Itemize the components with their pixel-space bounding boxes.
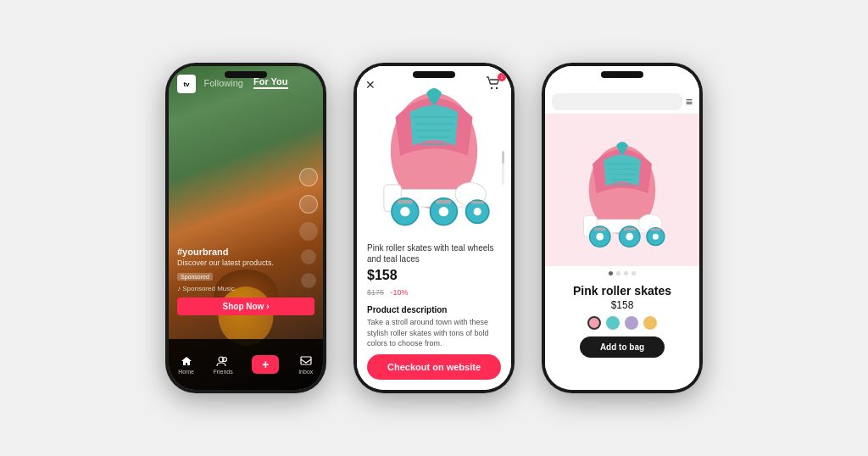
tiktok-overlay: #yourbrand Discover our latest products.…	[169, 240, 323, 322]
product-discount: -10%	[390, 288, 408, 297]
svg-point-37	[653, 234, 659, 240]
svg-point-35	[626, 233, 633, 241]
browser-search-bar[interactable]	[552, 93, 682, 110]
product-name: Pink roller skates with teal wheels and …	[367, 242, 501, 264]
close-button[interactable]: ✕	[365, 78, 376, 92]
product-description-title: Product description	[367, 305, 501, 314]
brand-label: #yourbrand	[177, 247, 314, 257]
svg-point-4	[496, 87, 498, 89]
tab-for-you[interactable]: For You	[253, 76, 288, 89]
nav-add[interactable]: +	[252, 355, 279, 374]
nav-friends-label: Friends	[213, 369, 232, 375]
scroll-indicator	[502, 151, 504, 185]
dot-4	[632, 271, 636, 275]
brand-description: Discover our latest products.	[177, 259, 314, 267]
svg-point-17	[439, 207, 448, 216]
svg-point-3	[491, 87, 492, 89]
svg-point-33	[596, 233, 604, 241]
browser-product-name: Pink roller skates	[559, 284, 686, 298]
phone-product-detail: ✕ 1	[353, 63, 515, 393]
svg-rect-21	[436, 200, 451, 204]
cart-button[interactable]: 1	[486, 76, 503, 92]
add-button[interactable]: +	[252, 355, 279, 374]
browser-title-label: Web Browser	[545, 70, 699, 78]
swatch-yellow[interactable]	[643, 316, 657, 330]
checkout-button[interactable]: Checkout on website	[367, 354, 501, 380]
sponsored-music: ♪ Sponsored Music	[177, 285, 314, 292]
tiktok-screen: tv Following For You #yourbrand Discover…	[169, 66, 323, 390]
swatch-pink[interactable]	[587, 316, 601, 330]
nav-inbox-label: Inbox	[298, 369, 313, 375]
browser-product-info: Pink roller skates $158 Add to bag	[545, 275, 699, 366]
dot-1	[609, 271, 613, 275]
browser-product-image-area	[545, 114, 699, 266]
product-price-old: $175	[367, 288, 384, 297]
color-swatches	[559, 316, 686, 330]
svg-rect-22	[470, 201, 484, 203]
cart-badge: 1	[498, 73, 506, 81]
tiktok-navbar: Home Friends + Inbox	[169, 339, 323, 390]
svg-rect-40	[650, 229, 660, 231]
browser-screen: Web Browser ≡	[545, 66, 699, 390]
inbox-icon	[298, 355, 314, 367]
browser-header: Web Browser ≡	[545, 66, 699, 114]
svg-point-15	[400, 207, 409, 216]
nav-friends[interactable]: Friends	[213, 355, 232, 375]
swatch-purple[interactable]	[625, 316, 638, 330]
product-info: Pink roller skates with teal wheels and …	[357, 236, 511, 356]
tab-following[interactable]: Following	[203, 78, 242, 88]
right-icon-1	[299, 168, 318, 186]
product-price: $158	[367, 268, 398, 282]
phone-tiktok: tv Following For You #yourbrand Discover…	[165, 63, 326, 393]
browser-menu-button[interactable]: ≡	[686, 95, 693, 108]
svg-rect-38	[594, 228, 606, 231]
nav-home[interactable]: Home	[178, 355, 194, 375]
svg-point-19	[474, 208, 481, 215]
dot-3	[624, 271, 628, 275]
add-to-bag-button[interactable]: Add to bag	[580, 336, 665, 358]
tiktok-header: Following For You	[169, 76, 323, 89]
dot-2	[616, 271, 620, 275]
browser-product-price: $158	[559, 299, 686, 311]
product-detail-screen: ✕ 1	[357, 66, 511, 390]
browser-product-image	[563, 126, 682, 253]
friends-icon	[215, 355, 231, 367]
sponsored-badge: Sponsored	[177, 273, 213, 281]
svg-rect-20	[398, 200, 413, 204]
svg-rect-39	[624, 228, 636, 231]
add-icon: +	[262, 359, 269, 370]
home-icon	[179, 355, 194, 367]
nav-inbox[interactable]: Inbox	[298, 355, 314, 375]
phone-browser: Web Browser ≡	[542, 63, 703, 393]
right-icon-3	[299, 222, 318, 241]
svg-point-1	[223, 357, 227, 361]
nav-home-label: Home	[178, 369, 194, 375]
product-description-text: Take a stroll around town with these sty…	[367, 317, 501, 349]
swatch-teal[interactable]	[606, 316, 620, 330]
shop-now-button[interactable]: Shop Now ›	[177, 298, 314, 315]
right-icon-2	[299, 195, 318, 214]
